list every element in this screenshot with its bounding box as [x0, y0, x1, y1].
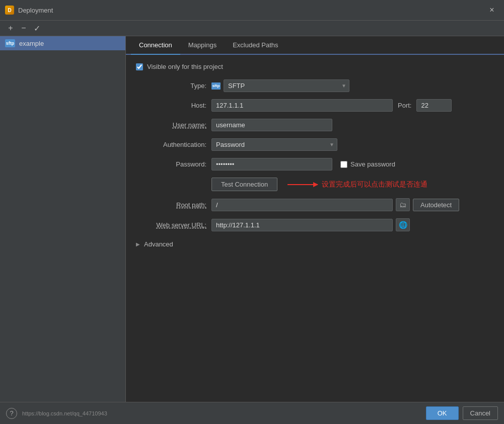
annotation: 设置完成后可以点击测试是否连通: [287, 180, 427, 189]
status-url: https://blog.csdn.net/qq_44710943: [22, 410, 107, 416]
advanced-section[interactable]: ▶ Advanced: [136, 238, 494, 250]
sidebar-item-label: example: [19, 40, 44, 47]
annotation-text: 设置完成后可以点击测试是否连通: [322, 180, 427, 189]
password-label: Password:: [136, 160, 206, 168]
root-path-group: 🗂 Autodetect: [211, 198, 459, 211]
url-group: 🌐: [211, 218, 410, 231]
auth-label: Authentication:: [136, 141, 206, 148]
app-icon: D: [5, 6, 14, 15]
web-server-url-row: Web server URL: 🌐: [136, 218, 494, 231]
auth-select[interactable]: Password Key pair OpenSSH config: [211, 138, 337, 151]
visible-only-checkbox[interactable]: [136, 63, 143, 70]
advanced-label: Advanced: [144, 240, 173, 248]
form-content: Visible only for this project Type: sftp…: [126, 55, 504, 402]
ok-button[interactable]: OK: [426, 406, 459, 420]
visible-only-label: Visible only for this project: [147, 63, 223, 70]
title-bar: D Deployment ×: [0, 0, 504, 21]
type-row: Type: sftp SFTP FTP FTPS Local or mounte…: [136, 79, 494, 92]
type-wrapper: sftp SFTP FTP FTPS Local or mounted fold…: [211, 79, 349, 92]
test-connection-button[interactable]: Test Connection: [211, 178, 277, 191]
cancel-button[interactable]: Cancel: [463, 406, 498, 420]
web-server-url-label: Web server URL:: [136, 221, 206, 229]
chevron-right-icon: ▶: [136, 241, 140, 247]
remove-button[interactable]: −: [18, 23, 29, 34]
username-label: User name:: [136, 121, 206, 129]
title-bar-actions: ×: [485, 3, 499, 17]
tab-connection[interactable]: Connection: [131, 36, 180, 55]
host-group: Port:: [211, 99, 452, 112]
dialog-title: Deployment: [18, 7, 53, 14]
save-password-label: Save password: [350, 160, 395, 168]
root-path-row: Root path: 🗂 Autodetect: [136, 198, 494, 211]
web-server-url-input[interactable]: [211, 219, 393, 231]
close-button[interactable]: ×: [485, 3, 499, 17]
arrow-line: [287, 184, 318, 185]
bottom-right: OK Cancel: [426, 406, 498, 420]
host-row: Host: Port:: [136, 99, 494, 112]
port-label: Port:: [398, 102, 411, 109]
save-password-group: Save password: [340, 160, 395, 168]
auth-row: Authentication: Password Key pair OpenSS…: [136, 138, 494, 151]
port-input[interactable]: [416, 99, 452, 112]
type-select[interactable]: SFTP FTP FTPS Local or mounted folder: [224, 79, 349, 92]
bottom-bar: ? https://blog.csdn.net/qq_44710943 OK C…: [0, 402, 504, 424]
password-row: Password: Save password: [136, 158, 494, 171]
root-path-input[interactable]: [211, 199, 393, 211]
tab-bar: Connection Mappings Excluded Paths: [126, 36, 504, 55]
type-dropdown-wrapper: SFTP FTP FTPS Local or mounted folder ▼: [224, 79, 349, 92]
sftp-icon: sftp: [5, 39, 15, 47]
host-input[interactable]: [211, 99, 393, 112]
sftp-type-icon: sftp: [211, 82, 221, 90]
autodetect-button[interactable]: Autodetect: [413, 199, 459, 211]
password-group: Save password: [211, 158, 395, 171]
tab-mappings[interactable]: Mappings: [180, 36, 225, 55]
bottom-left: ? https://blog.csdn.net/qq_44710943: [6, 408, 107, 419]
browse-folder-button[interactable]: 🗂: [396, 198, 410, 211]
title-bar-left: D Deployment: [5, 6, 53, 15]
password-input[interactable]: [211, 158, 332, 171]
visible-only-row: Visible only for this project: [136, 63, 494, 70]
open-browser-button[interactable]: 🌐: [396, 218, 410, 231]
tab-excluded-paths[interactable]: Excluded Paths: [225, 36, 286, 55]
test-connection-row: Test Connection 设置完成后可以点击测试是否连通: [211, 178, 494, 191]
type-label: Type:: [136, 82, 206, 90]
apply-button[interactable]: ✓: [31, 23, 42, 34]
username-input[interactable]: [211, 119, 332, 131]
main-layout: sftp example Connection Mappings Exclude…: [0, 36, 504, 402]
host-label: Host:: [136, 102, 206, 109]
username-row: User name:: [136, 119, 494, 131]
save-password-checkbox[interactable]: [340, 161, 347, 168]
sidebar-item-example[interactable]: sftp example: [0, 36, 125, 50]
help-button[interactable]: ?: [6, 408, 17, 419]
add-button[interactable]: +: [5, 23, 16, 34]
sidebar: sftp example: [0, 36, 126, 402]
toolbar: + − ✓: [0, 21, 504, 36]
root-path-label: Root path:: [136, 201, 206, 209]
auth-dropdown-wrapper: Password Key pair OpenSSH config ▼: [211, 138, 337, 151]
content-area: Connection Mappings Excluded Paths Visib…: [126, 36, 504, 402]
